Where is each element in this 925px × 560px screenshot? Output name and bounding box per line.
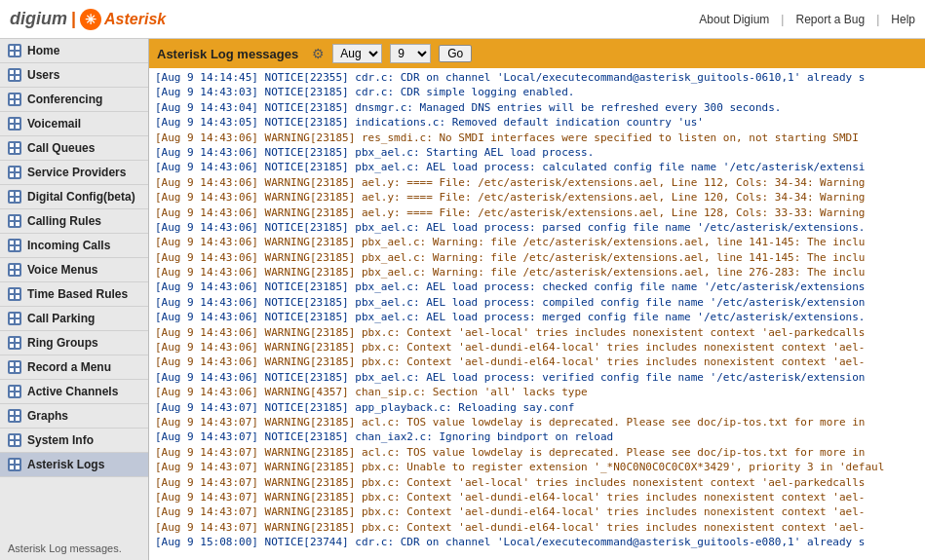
sidebar-item-label: Users — [27, 68, 59, 82]
sidebar-item-label: Time Based Rules — [27, 287, 128, 301]
log-line: [Aug 9 14:43:07] WARNING[23185] pbx.c: C… — [153, 490, 921, 504]
sidebar-item-voicemail[interactable]: Voicemail — [0, 112, 148, 136]
svg-rect-25 — [16, 192, 19, 196]
sidebar-item-time-based-rules[interactable]: Time Based Rules — [0, 282, 148, 307]
log-line: [Aug 9 14:43:06] NOTICE[23185] pbx_ael.c… — [153, 220, 921, 235]
about-digium-link[interactable]: About Digium — [699, 13, 769, 26]
log-line: [Aug 9 14:43:06] WARNING[23185] ael.y: =… — [153, 175, 921, 190]
svg-rect-66 — [10, 441, 14, 445]
log-area[interactable]: [Aug 9 14:14:45] NOTICE[22355] cdr.c: CD… — [149, 68, 925, 560]
sidebar-item-label: Digital Config(beta) — [27, 190, 135, 204]
svg-rect-26 — [10, 198, 14, 202]
grid-icon — [8, 433, 21, 447]
svg-rect-40 — [10, 289, 14, 293]
refresh-icon[interactable]: ⚙ — [312, 46, 325, 61]
asterisk-icon: ✳ — [80, 9, 101, 30]
grid-icon — [8, 287, 21, 301]
svg-rect-50 — [10, 344, 14, 348]
sidebar-item-call-queues[interactable]: Call Queues — [0, 136, 148, 161]
logo-digium-text: digium — [10, 9, 67, 29]
svg-rect-20 — [10, 168, 14, 171]
sidebar-item-calling-rules[interactable]: Calling Rules — [0, 209, 148, 234]
svg-rect-27 — [16, 198, 19, 202]
sidebar-item-label: Call Queues — [27, 141, 95, 155]
month-select[interactable]: JanFebMarAprMayJunJulAugSepOctNovDec — [332, 44, 382, 63]
svg-rect-48 — [10, 338, 14, 342]
svg-rect-39 — [16, 271, 19, 275]
svg-rect-7 — [16, 76, 19, 80]
grid-icon — [8, 141, 21, 155]
sidebar-item-label: Voice Menus — [27, 263, 97, 277]
sidebar-item-graphs[interactable]: Graphs — [0, 404, 148, 429]
svg-rect-47 — [16, 319, 19, 323]
go-button[interactable]: Go — [439, 45, 472, 62]
sidebar-item-voice-menus[interactable]: Voice Menus — [0, 258, 148, 282]
sidebar-item-record-a-menu[interactable]: Record a Menu — [0, 355, 148, 380]
sidebar-item-ring-groups[interactable]: Ring Groups — [0, 331, 148, 355]
svg-rect-46 — [10, 319, 14, 323]
sidebar-item-label: Call Parking — [27, 312, 95, 325]
log-line: [Aug 9 15:08:00] NOTICE[23744] cdr.c: CD… — [153, 535, 921, 549]
sidebar-item-users[interactable]: Users — [0, 63, 148, 88]
sidebar-item-active-channels[interactable]: Active Channels — [0, 380, 148, 404]
svg-rect-2 — [10, 52, 14, 56]
logo-separator: | — [71, 9, 76, 29]
svg-rect-67 — [16, 441, 19, 445]
sidebar-item-home[interactable]: Home — [0, 39, 148, 63]
svg-rect-64 — [10, 435, 14, 439]
svg-rect-1 — [16, 46, 19, 50]
svg-rect-6 — [10, 76, 14, 80]
sidebar-item-conferencing[interactable]: Conferencing — [0, 88, 148, 112]
sidebar-item-incoming-calls[interactable]: Incoming Calls — [0, 234, 148, 258]
svg-rect-14 — [10, 125, 14, 129]
svg-rect-23 — [16, 173, 19, 177]
grid-icon — [8, 360, 21, 374]
sidebar-footer: Asterisk Log messages. — [0, 537, 148, 560]
svg-rect-34 — [10, 246, 14, 250]
grid-icon — [8, 190, 21, 204]
top-links: About Digium | Report a Bug | Help — [699, 13, 915, 26]
log-line: [Aug 9 14:43:06] WARNING[23185] pbx.c: C… — [153, 340, 921, 355]
content-area: Asterisk Log messages ⚙ JanFebMarAprMayJ… — [149, 39, 925, 560]
svg-rect-5 — [16, 70, 19, 74]
svg-rect-10 — [10, 100, 14, 104]
logo-asterisk-area: ✳ Asterisk — [80, 9, 166, 30]
log-line: [Aug 9 14:43:06] WARNING[23185] pbx.c: C… — [153, 325, 921, 340]
grid-icon — [8, 385, 21, 398]
sidebar-item-label: Ring Groups — [27, 336, 98, 350]
grid-icon — [8, 239, 21, 252]
grid-icon — [8, 93, 21, 106]
svg-rect-31 — [16, 222, 19, 226]
sidebar-item-call-parking[interactable]: Call Parking — [0, 307, 148, 331]
log-line: [Aug 9 14:43:06] NOTICE[23185] pbx_ael.c… — [153, 310, 921, 324]
day-select[interactable]: 1234567891011121314151617181920212223242… — [390, 44, 431, 63]
grid-icon — [8, 214, 21, 228]
sidebar-item-digital-configbeta[interactable]: Digital Config(beta) — [0, 185, 148, 209]
svg-rect-56 — [10, 387, 14, 391]
svg-rect-32 — [10, 241, 14, 244]
svg-rect-65 — [16, 435, 19, 439]
grid-icon — [8, 117, 21, 131]
log-line: [Aug 9 14:43:07] WARNING[23185] pbx.c: C… — [153, 504, 921, 519]
svg-rect-52 — [10, 362, 14, 366]
grid-icon — [8, 68, 21, 82]
svg-rect-18 — [10, 149, 14, 153]
help-link[interactable]: Help — [891, 13, 915, 26]
svg-rect-71 — [16, 466, 19, 469]
sidebar-item-label: Voicemail — [27, 117, 81, 131]
sidebar: HomeUsersConferencingVoicemailCall Queue… — [0, 39, 149, 560]
log-line: [Aug 9 14:43:07] NOTICE[23185] app_playb… — [153, 400, 921, 415]
svg-rect-11 — [16, 100, 19, 104]
svg-rect-33 — [16, 241, 19, 244]
sidebar-item-asterisk-logs[interactable]: Asterisk Logs — [0, 453, 148, 477]
svg-rect-8 — [10, 94, 14, 98]
svg-rect-36 — [10, 265, 14, 269]
log-line: [Aug 9 14:43:06] WARNING[23185] ael.y: =… — [153, 205, 921, 220]
asterisk-text: Asterisk — [104, 11, 166, 28]
svg-rect-16 — [10, 143, 14, 147]
svg-rect-59 — [16, 392, 19, 396]
sidebar-item-service-providers[interactable]: Service Providers — [0, 161, 148, 185]
sidebar-item-system-info[interactable]: System Info — [0, 429, 148, 453]
log-line: [Aug 9 14:43:06] NOTICE[23185] pbx_ael.c… — [153, 370, 921, 385]
report-bug-link[interactable]: Report a Bug — [795, 13, 865, 26]
